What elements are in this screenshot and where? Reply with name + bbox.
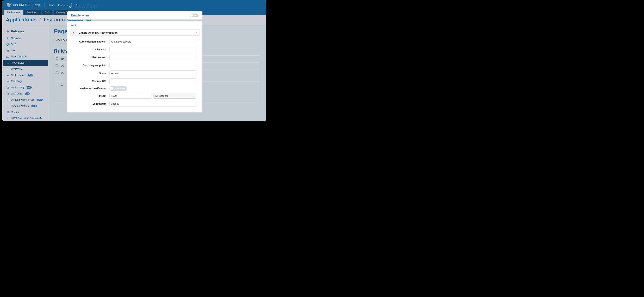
sidebar-item-page-rules[interactable]: ◎Page Rules	[4, 60, 48, 66]
enable-when-panel: Enable when OFF	[67, 11, 202, 20]
sidebar-item-ssl[interactable]: ▤SSL	[2, 47, 49, 54]
upstream-icon: ⇧	[6, 68, 9, 70]
cloud-icon: ☁	[6, 74, 9, 77]
discovery-endpoint-input[interactable]	[110, 63, 196, 68]
brand-edge: Edge	[32, 3, 41, 7]
sidebar-item-waf-logs[interactable]: ▨WAF LogsPro	[2, 91, 49, 97]
brand-open: OPEN	[13, 4, 21, 7]
target-icon: ◎	[7, 61, 10, 64]
globe-icon: 🌐	[6, 43, 9, 46]
sidebar-item-dynmetrics[interactable]: ◔Dynamic MetricsENT	[2, 103, 49, 109]
bar-icon: ▥	[6, 111, 9, 114]
enable-when-label: Enable when	[71, 14, 89, 17]
sidebar-item-upstreams[interactable]: ⇧Upstreams	[2, 66, 49, 72]
logout-path-input[interactable]	[110, 101, 196, 107]
sidebar-item-dns[interactable]: 🌐DNS	[2, 41, 49, 47]
row-checkbox[interactable]	[56, 65, 58, 67]
breadcrumb-root[interactable]: Applications	[6, 17, 37, 23]
gauge-icon: ◔	[6, 105, 9, 107]
shield-icon: ▧	[6, 86, 9, 89]
brand-logo[interactable]: OPENRESTY Edge	[6, 3, 41, 8]
select-all-checkbox[interactable]	[56, 58, 58, 60]
ent-badge: ENT	[31, 105, 37, 107]
action-header: Action	[67, 22, 202, 29]
log-icon: ▦	[6, 80, 9, 83]
timeout-input[interactable]	[110, 93, 152, 99]
sidebar: ✈ Releases ◉Overview 🌐DNS ▤SSL varUser V…	[2, 25, 49, 121]
breadcrumb-domain[interactable]: test.com	[44, 17, 65, 23]
sidebar-item-cache-purge[interactable]: ☁Cache PurgePro	[2, 72, 49, 78]
sidebar-item-metrics[interactable]: ▥Metrics	[2, 109, 49, 115]
tab-dashboard[interactable]: Dashboard	[24, 10, 41, 15]
pro-badge: Pro	[28, 74, 33, 77]
key-icon: ⌐	[6, 117, 9, 120]
chevron-down-icon: ▾	[196, 31, 197, 34]
ent-badge: ENT	[37, 99, 43, 101]
nav-about[interactable]: About	[48, 4, 55, 7]
modal-title: New Rule	[67, 2, 202, 11]
sidebar-item-user-vars[interactable]: varUser Variables	[2, 54, 49, 60]
redirect-uri-input[interactable]	[110, 78, 196, 84]
sidebar-item-basic-auth[interactable]: ⌐HTTP Basic Auth Credentials	[2, 115, 49, 121]
tab-applications[interactable]: Applications	[4, 10, 23, 15]
row-checkbox[interactable]	[56, 84, 58, 86]
eye-icon: ◉	[6, 37, 9, 40]
brand-resty: RESTY	[21, 4, 31, 7]
lock-icon: ▤	[6, 49, 9, 52]
remove-action-icon[interactable]: ✖	[70, 31, 76, 34]
gauge-icon: ◔	[6, 98, 9, 101]
new-rule-modal: ✕ New Rule Enable when OFF Action ✖ Enab…	[67, 2, 202, 114]
chevron-down-icon: ⌄	[192, 95, 194, 97]
chevron-down-icon: ⌄	[192, 41, 194, 43]
sidebar-item-error-logs[interactable]: ▦Error Logs	[2, 78, 49, 84]
timeout-unit-select[interactable]: Milliseconds ⌄	[154, 93, 196, 99]
pro-badge: Pro	[25, 92, 30, 95]
sidebar-header[interactable]: ✈ Releases	[2, 28, 49, 35]
client-secret-input[interactable]	[110, 55, 196, 60]
tab-dns[interactable]: DNS	[42, 10, 52, 15]
close-icon[interactable]: ✕	[68, 5, 72, 10]
paper-plane-icon: ✈	[6, 30, 9, 33]
shield-log-icon: ▨	[6, 92, 9, 95]
action-panel: Action ✖ Enable OpenIDC Authentication ▾…	[67, 21, 202, 113]
sidebar-item-dynmetrics-old[interactable]: ◔Dynamic Metrics - oldENT	[2, 97, 49, 103]
row-checkbox[interactable]	[56, 72, 58, 74]
sidebar-item-overview[interactable]: ◉Overview	[2, 35, 49, 41]
pro-badge: Pro	[26, 86, 32, 89]
client-id-input[interactable]	[110, 47, 196, 52]
auth-method-select[interactable]: Client secret basic ⌄	[110, 39, 196, 45]
enable-when-toggle[interactable]: OFF	[190, 14, 198, 17]
scope-input[interactable]	[110, 71, 196, 76]
var-icon: var	[6, 55, 9, 58]
action-type-select[interactable]: Enable OpenIDC Authentication ▾	[76, 30, 199, 36]
ssl-verify-toggle[interactable]: DISABLED	[110, 86, 127, 91]
sidebar-item-waf-config[interactable]: ▧WAF ConfigPro	[2, 84, 49, 91]
nav-licenses[interactable]: Licenses	[58, 4, 68, 7]
